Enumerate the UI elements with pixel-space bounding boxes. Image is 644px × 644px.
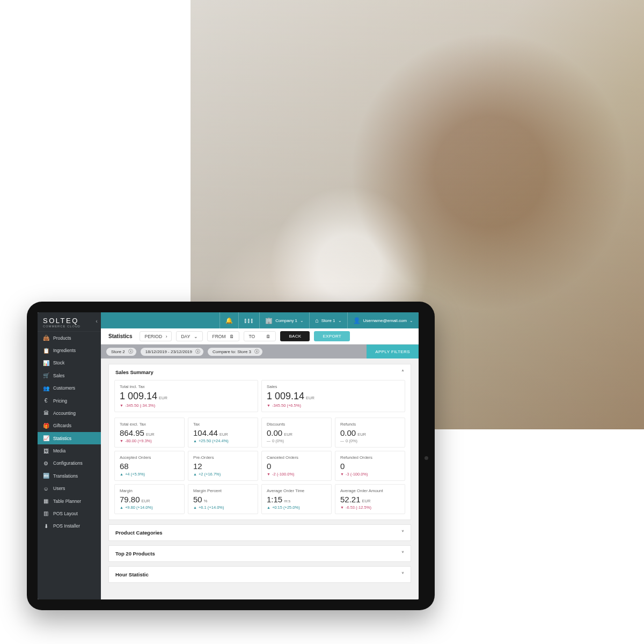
from-date-field[interactable]: FROM 🗓: [207, 331, 239, 341]
sidebar-item-table-planner[interactable]: ▦Table Planner: [38, 495, 101, 507]
accounting-icon: 🏛: [43, 410, 49, 416]
dash-icon: —: [267, 439, 270, 443]
close-icon[interactable]: ⓧ: [195, 348, 200, 355]
metric-delta: ▼ -3 (-100.0%): [340, 472, 400, 477]
metric-card: Refunds0.00EUR— 0 (0%): [335, 418, 405, 448]
tableplanner-icon: ▦: [43, 498, 49, 504]
sidebar-item-customers[interactable]: 👥Customers: [38, 382, 101, 394]
posinstaller-icon: ⬇: [43, 523, 49, 529]
sidebar-item-stock[interactable]: 📊Stock: [38, 357, 101, 369]
calendar-icon: 🗓: [266, 334, 271, 339]
metric-label: Accepted Orders: [120, 455, 179, 460]
metric-delta: ▼ -6.53 (-12.5%): [340, 505, 400, 510]
metric-value: 0: [267, 462, 326, 471]
sidebar-item-label: Pricing: [53, 398, 67, 404]
sidebar-item-media[interactable]: 🖼Media: [38, 444, 101, 457]
panel-header[interactable]: Product Categories˅: [109, 525, 411, 540]
sidebar-item-statistics[interactable]: 📈Statistics: [38, 432, 101, 444]
bag-icon: 👜: [43, 335, 49, 341]
metric-card: Canceled Orders0▼ -2 (-100.0%): [261, 451, 332, 481]
sidebar: SOLTEQ COMMERCE CLOUD ‹ 👜Products📋Ingred…: [38, 312, 101, 599]
brand-subtitle: COMMERCE CLOUD: [43, 325, 96, 328]
metric-delta: ▼ -80.00 (+9.3%): [120, 438, 179, 443]
metric-card: Margin79.80EUR▲ +9.80 (+14.0%): [114, 484, 185, 514]
cart-icon: 🛒: [43, 372, 49, 378]
sidebar-item-configurations[interactable]: ⚙Configurations: [38, 457, 101, 470]
metric-value: 68: [120, 462, 179, 471]
sidebar-item-label: Users: [53, 486, 65, 491]
sidebar-item-giftcards[interactable]: 🎁Giftcards: [38, 420, 101, 432]
metric-delta: ▲ +2 (+16.7%): [193, 472, 253, 477]
day-selector[interactable]: DAY ⌄: [176, 331, 203, 341]
metric-value: 52.21EUR: [340, 495, 400, 504]
metric-label: Canceled Orders: [267, 455, 326, 460]
tablet-camera: [425, 456, 428, 460]
page-title: Statistics: [101, 333, 140, 339]
filter-chip[interactable]: Store 2ⓧ: [106, 348, 136, 356]
panel-title: Hour Statistic: [115, 572, 149, 577]
metric-delta: ▲ +4 (+5.9%): [120, 472, 179, 477]
sidebar-item-accounting[interactable]: 🏛Accounting: [38, 407, 101, 419]
store-selector[interactable]: ⌂ Store 1 ⌄: [309, 312, 347, 328]
triangle-up-icon: ▲: [267, 506, 270, 509]
company-selector[interactable]: 🏢 Company 1 ⌄: [259, 312, 309, 328]
triangle-up-icon: ▲: [193, 472, 197, 476]
export-button[interactable]: EXPORT: [314, 331, 350, 341]
calendar-icon: 🗓: [230, 334, 235, 339]
triangle-down-icon: ▼: [340, 506, 344, 509]
panel-title: Top 20 Products: [115, 551, 155, 557]
panel-header[interactable]: Top 20 Products˅: [109, 546, 411, 561]
panel-header[interactable]: Hour Statistic˅: [109, 567, 411, 582]
sidebar-collapse-icon[interactable]: ‹: [96, 318, 98, 324]
metric-value: 50%: [193, 495, 253, 504]
metric-card: Average Order Time1:15m:s▲ +0:15 (+25.0%…: [261, 484, 332, 514]
barcode-icon: ⫿⫿⫿: [244, 317, 254, 324]
period-selector[interactable]: PERIOD ›: [140, 331, 172, 341]
app-screen: SOLTEQ COMMERCE CLOUD ‹ 👜Products📋Ingred…: [38, 312, 419, 599]
filter-chip[interactable]: Compare to: Store 3ⓧ: [208, 348, 262, 356]
filter-chip-bar: Store 2ⓧ18/12/2019 - 23/12/2019ⓧCompare …: [101, 345, 419, 358]
triangle-down-icon: ▼: [120, 404, 123, 407]
filter-chip[interactable]: 18/12/2019 - 23/12/2019ⓧ: [141, 348, 203, 356]
triangle-down-icon: ▼: [267, 404, 270, 407]
sidebar-item-label: Accounting: [53, 411, 76, 416]
configurations-icon: ⚙: [43, 460, 49, 466]
sidebar-item-ingredients[interactable]: 📋Ingredients: [38, 344, 101, 356]
sidebar-item-sales[interactable]: 🛒Sales: [38, 369, 101, 382]
metric-card: Accepted Orders68▲ +4 (+5.9%): [114, 451, 185, 481]
apply-filters-button[interactable]: APPLY FILTERS: [367, 345, 419, 358]
metric-card: Sales1 009.14EUR▼ -345.50 (+6.5%): [261, 380, 405, 412]
barcode-button[interactable]: ⫿⫿⫿: [238, 312, 259, 328]
sidebar-item-translations[interactable]: 🔤Translations: [38, 470, 101, 482]
sidebar-item-label: Products: [53, 335, 71, 341]
sidebar-item-label: Configurations: [53, 460, 83, 466]
close-icon[interactable]: ⓧ: [254, 348, 259, 355]
content-scroll[interactable]: Sales Summary ˄ Total incl. Tax1 009.14E…: [101, 358, 419, 599]
bell-icon: 🔔: [225, 317, 233, 324]
chevron-down-icon: ˅: [401, 530, 404, 536]
company-icon: 🏢: [265, 317, 273, 324]
user-menu[interactable]: 👤 Username@email.com ⌄: [347, 312, 419, 328]
chevron-down-icon: ˅: [401, 572, 404, 577]
day-label: DAY: [181, 334, 190, 339]
giftcards-icon: 🎁: [43, 423, 49, 429]
metric-label: Discounts: [267, 422, 326, 427]
sales-summary-header[interactable]: Sales Summary ˄: [109, 364, 411, 380]
sidebar-item-pos-layout[interactable]: ▥POS Layout: [38, 507, 101, 519]
period-label: PERIOD: [144, 334, 162, 339]
to-date-field[interactable]: TO 🗓: [244, 331, 276, 341]
close-icon[interactable]: ⓧ: [128, 348, 133, 355]
store-icon: ⌂: [315, 317, 319, 324]
sidebar-item-pos-installer[interactable]: ⬇POS Installer: [38, 520, 101, 532]
sales-summary-title: Sales Summary: [115, 369, 153, 375]
notifications-button[interactable]: 🔔: [219, 312, 238, 328]
sidebar-item-products[interactable]: 👜Products: [38, 332, 101, 344]
metric-value: 1 009.14EUR: [120, 391, 253, 402]
metric-label: Tax: [193, 422, 253, 427]
sidebar-item-pricing[interactable]: €Pricing: [38, 394, 101, 407]
chevron-up-icon: ˄: [401, 369, 404, 375]
metric-delta: — 0 (0%): [267, 438, 326, 443]
back-button[interactable]: BACK: [280, 331, 310, 341]
sidebar-item-users[interactable]: ☺Users: [38, 482, 101, 495]
metric-delta: ▼ -345.50 (-34.3%): [120, 403, 253, 408]
